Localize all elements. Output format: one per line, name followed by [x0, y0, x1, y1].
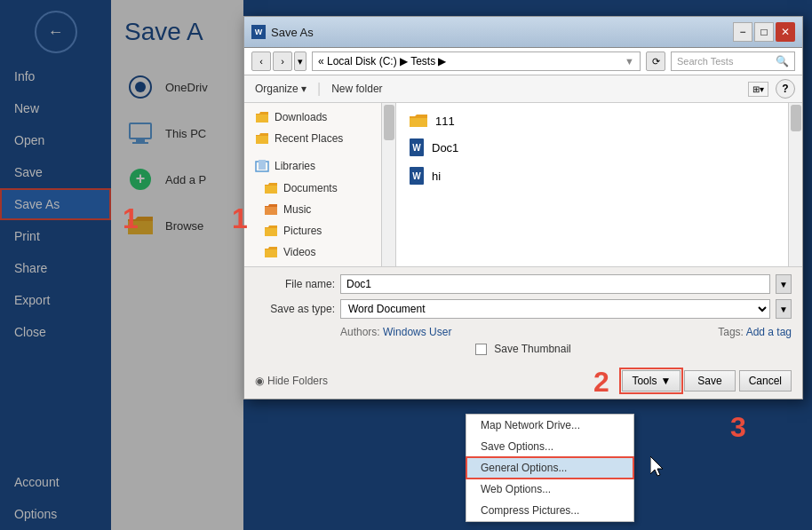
authors-value[interactable]: Windows User: [383, 326, 451, 338]
dialog-toolbar: Organize ▾ | New folder ⊞▾ ?: [244, 75, 802, 103]
filename-input[interactable]: [340, 274, 770, 294]
action-buttons: Tools ▼ Save Cancel: [622, 370, 792, 392]
dropdown-item-web-options[interactable]: Web Options...: [466, 479, 633, 500]
hide-folders-arrow-icon: ◉: [255, 375, 264, 387]
restore-button[interactable]: □: [754, 22, 774, 42]
help-button[interactable]: ?: [776, 79, 795, 99]
file-panel: 111 W Doc1 W hi: [396, 103, 788, 266]
svg-text:W: W: [412, 143, 421, 153]
file-item-doc1[interactable]: W Doc1: [403, 135, 781, 160]
dialog-btn-row: ◉ Hide Folders Tools ▼ Save Cancel: [244, 365, 802, 399]
tags-row: Authors: Windows User Tags: Add a tag: [255, 324, 792, 340]
dropdown-item-save-options[interactable]: Save Options...: [466, 436, 633, 457]
nav-scrollbar[interactable]: [382, 103, 396, 266]
folder-icon: [255, 111, 269, 123]
savetype-row: Save as type: Word Document ▼: [255, 299, 792, 319]
file-item-111[interactable]: 111: [403, 110, 781, 131]
view-change-button[interactable]: ⊞▾: [748, 82, 768, 97]
search-placeholder: Search Tests: [677, 56, 776, 67]
close-button[interactable]: ✕: [776, 22, 795, 42]
savetype-dropdown-arrow[interactable]: ▼: [776, 299, 792, 319]
nav-item-videos[interactable]: Videos: [244, 241, 381, 263]
word-icon: W: [251, 25, 266, 39]
hide-folders-button[interactable]: ◉ Hide Folders: [255, 375, 328, 387]
refresh-button[interactable]: ⟳: [646, 51, 665, 71]
dialog-titlebar: W Save As − □ ✕: [244, 17, 802, 48]
new-folder-button[interactable]: New folder: [328, 81, 386, 97]
filename-dropdown-arrow[interactable]: ▼: [776, 274, 792, 294]
dropdown-item-general-options[interactable]: General Options...: [466, 457, 633, 479]
dropdown-item-compress-pictures[interactable]: Compress Pictures...: [466, 500, 633, 521]
thumbnail-label: Save Thumbnail: [494, 343, 571, 355]
filename-row: File name: ▼: [255, 274, 792, 294]
nav-up-button[interactable]: ▾: [294, 51, 306, 71]
authors-label: Authors:: [340, 326, 380, 338]
address-path-display[interactable]: « Local Disk (C:) ▶ Tests ▶ ▼: [312, 51, 641, 71]
svg-text:W: W: [412, 171, 421, 181]
folder-icon: [409, 113, 428, 129]
dialog-form: File name: ▼ Save as type: Word Document…: [244, 266, 802, 365]
word-file-icon-hi: W: [409, 166, 425, 186]
folder-icon: [255, 132, 269, 145]
nav-item-downloads[interactable]: Downloads: [244, 107, 381, 128]
library-icon: [255, 159, 269, 173]
authors-area: Authors: Windows User: [340, 326, 451, 338]
nav-panel: Downloads Recent Places Libraries Docume…: [244, 103, 382, 266]
nav-forward-button[interactable]: ›: [273, 51, 292, 71]
dialog-title-area: W Save As: [251, 25, 314, 39]
search-box[interactable]: Search Tests 🔍: [671, 51, 795, 71]
dialog-content-area: Downloads Recent Places Libraries Docume…: [244, 103, 802, 266]
filename-label: File name:: [255, 278, 335, 290]
folder-icon: [264, 246, 278, 258]
folder-icon: [264, 203, 278, 216]
thumbnail-checkbox[interactable]: [475, 344, 487, 355]
scrollbar-thumb[interactable]: [384, 105, 394, 140]
tags-area: Tags: Add a tag: [718, 326, 792, 338]
nav-back-button[interactable]: ‹: [251, 51, 271, 71]
svg-rect-8: [259, 160, 266, 170]
tools-dropdown-menu: Map Network Drive... Save Options... Gen…: [466, 414, 634, 522]
thumbnail-row: Save Thumbnail: [255, 340, 792, 358]
search-icon: 🔍: [776, 55, 789, 67]
tags-label: Tags:: [718, 326, 744, 338]
nav-item-recent-places[interactable]: Recent Places: [244, 128, 381, 149]
tools-dropdown-icon: ▼: [660, 375, 671, 387]
save-button[interactable]: Save: [684, 370, 735, 392]
nav-item-documents[interactable]: Documents: [244, 178, 381, 199]
address-dropdown-arrow: ▼: [625, 56, 634, 67]
minimize-button[interactable]: −: [733, 22, 752, 42]
organize-button[interactable]: Organize ▾: [251, 81, 310, 97]
tools-button[interactable]: Tools ▼: [622, 370, 681, 392]
tags-value[interactable]: Add a tag: [746, 326, 792, 338]
save-as-dialog: W Save As − □ ✕ ‹ › ▾ « Local Disk (C:) …: [243, 16, 803, 399]
folder-icon: [264, 182, 278, 194]
savetype-label: Save as type:: [255, 303, 335, 315]
file-item-hi[interactable]: W hi: [403, 163, 781, 188]
address-bar: ‹ › ▾ « Local Disk (C:) ▶ Tests ▶ ▼ ⟳ Se…: [244, 48, 802, 75]
file-scrollbar-thumb[interactable]: [791, 105, 801, 131]
window-controls: − □ ✕: [733, 22, 795, 42]
word-file-icon: W: [409, 138, 425, 157]
savetype-select[interactable]: Word Document: [340, 299, 770, 319]
view-icons: ⊞▾: [748, 82, 768, 97]
nav-item-music[interactable]: Music: [244, 199, 381, 220]
nav-item-pictures[interactable]: Pictures: [244, 220, 381, 241]
cancel-button[interactable]: Cancel: [739, 370, 792, 392]
file-scrollbar[interactable]: [788, 103, 802, 266]
nav-item-libraries[interactable]: Libraries: [244, 154, 381, 178]
folder-icon: [264, 225, 278, 237]
dropdown-item-map-network[interactable]: Map Network Drive...: [466, 415, 633, 436]
nav-buttons: ‹ › ▾: [251, 51, 306, 71]
